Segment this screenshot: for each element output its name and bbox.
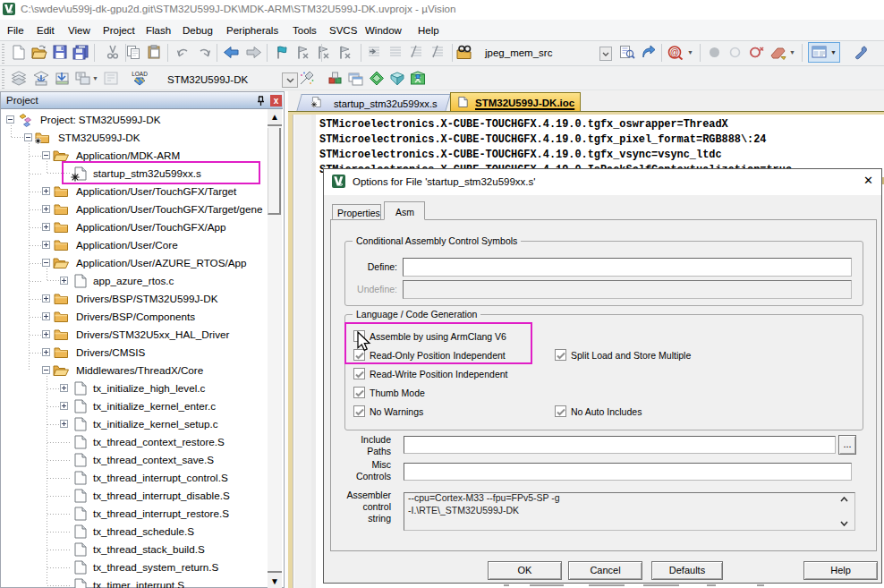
svg-text:@: @ — [670, 47, 679, 57]
svg-text:LOAD: LOAD — [132, 71, 148, 77]
